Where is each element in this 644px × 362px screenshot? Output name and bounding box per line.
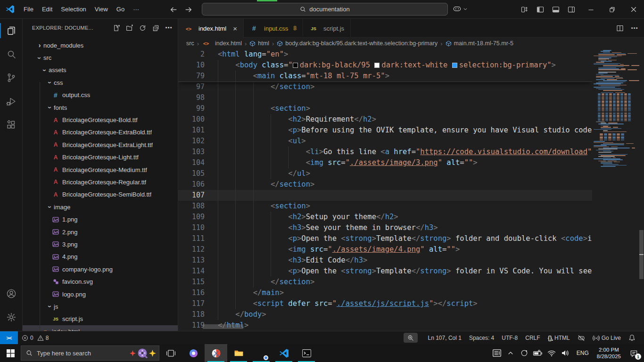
line-content[interactable]: <script defer src="./assets/js/script.js… [218,298,592,309]
minimap[interactable] [592,49,639,331]
line-content[interactable]: </section> [218,277,592,288]
tree-item-fonts[interactable]: ›fonts [23,101,178,114]
tree-item-BricolageGrotesque-SemiBold.ttf[interactable]: ABricolageGrotesque-SemiBold.ttf [23,189,178,201]
tree-item-index.html[interactable]: <>index.html [23,325,178,331]
collapse-all-icon[interactable] [151,24,160,32]
close-icon[interactable]: × [233,25,237,33]
breadcrumb-item-4[interactable]: body.dark:bg-black/95.dark:text-white.se… [277,40,438,47]
breadcrumb-item-3[interactable]: html [249,40,269,47]
tree-item-logo.png[interactable]: logo.png [23,288,178,300]
line-number[interactable]: 112 [178,244,205,255]
line-content[interactable]: </main> [218,288,592,298]
tree-item-BricolageGrotesque-ExtraBold.ttf[interactable]: ABricolageGrotesque-ExtraBold.ttf [23,126,178,139]
code-line-112[interactable]: 112<img src="./assets/image/4.png" alt="… [178,244,592,255]
tree-item-3.png[interactable]: 3.png [23,238,178,250]
problems-indicator[interactable]: 0 8 [18,331,52,344]
code-line-105[interactable]: 105</ul> [178,168,592,179]
line-content[interactable]: <section> [218,201,592,212]
breadcrumb[interactable]: src›<>index.html›html›body.dark:bg-black… [178,38,644,49]
taskbar-app-copilot[interactable] [182,344,205,362]
tree-item-image[interactable]: ›image [23,201,178,213]
code-line-2[interactable]: 2<html lang="en"> [178,49,592,60]
line-content[interactable]: <p>Open the <strong>Template</strong> fo… [218,266,592,277]
code-lines[interactable]: 97</section>9899<section>100<h2>Requirem… [178,82,592,331]
line-content[interactable]: </section> [218,179,592,190]
code-line-114[interactable]: 114<p>Open the <strong>Template</strong>… [178,266,592,277]
taskbar-app-vscode[interactable] [272,344,295,362]
minimize-button[interactable] [580,0,602,19]
code-line-109[interactable]: 109<h2>Setup your theme</h2> [178,212,592,222]
line-number[interactable]: 107 [178,190,205,201]
code-line-111[interactable]: 111<p>Open the <strong>Template</strong>… [178,233,592,244]
sidebar-item-extensions[interactable] [0,113,22,137]
tree-item-script.js[interactable]: JSscript.js [23,313,178,325]
line-number[interactable]: 104 [178,157,205,168]
taskbar-app-snipping-tool[interactable] [205,344,227,362]
code-line-103[interactable]: 103<li>Go this line <a href="https://cod… [178,147,592,157]
sidebar-item-explorer[interactable] [0,19,22,42]
action-center-button[interactable]: 1 [627,346,640,360]
line-content[interactable]: </html> [218,320,592,331]
code-line-107[interactable]: 107 [178,190,592,201]
tab-index.html[interactable]: <>index.html× [178,19,244,38]
line-number[interactable]: 103 [178,147,205,157]
sidebar-item-settings[interactable] [0,305,22,329]
breadcrumb-item-5[interactable]: main.mt-18.ml-75.mr-5 [446,40,513,47]
eol[interactable]: CRLF [521,331,544,344]
line-content[interactable] [218,92,592,103]
start-button[interactable] [0,344,21,362]
code-line-101[interactable]: 101<p>Before using the OVIK template, en… [178,125,592,136]
line-number[interactable]: 2 [178,49,205,60]
indentation[interactable]: Spaces: 4 [465,331,498,344]
code-line-113[interactable]: 113<h3>Edit Code</h3> [178,255,592,266]
code-line-99[interactable]: 99<section> [178,103,592,114]
language-mode[interactable]: {}HTML [544,331,574,344]
tree-item-BricolageGrotesque-Medium.ttf[interactable]: ABricolageGrotesque-Medium.ttf [23,164,178,176]
toggle-primary-sidebar-icon[interactable] [537,6,544,13]
line-number[interactable]: 105 [178,168,205,179]
cursor-position[interactable]: Ln 107, Col 1 [424,331,465,344]
code-line-98[interactable]: 98 [178,92,592,103]
taskbar-app-task-view[interactable] [159,344,182,362]
sidebar-item-accounts[interactable] [0,282,22,305]
code-line-10[interactable]: 10<body class="dark:bg-black/95 dark:tex… [178,60,592,71]
copilot-menu-button[interactable] [453,4,468,13]
line-number[interactable]: 116 [178,288,205,298]
code-line-117[interactable]: 117<script defer src="./assets/js/script… [178,298,592,309]
tree-item-1.png[interactable]: 1.png [23,213,178,225]
copilot-status[interactable] [574,331,589,344]
new-folder-icon[interactable] [125,24,133,32]
back-button[interactable] [170,6,178,14]
code-line-108[interactable]: 108<section> [178,201,592,212]
encoding[interactable]: UTF-8 [498,331,521,344]
code-line-106[interactable]: 106</section> [178,179,592,190]
close-button[interactable] [623,0,644,19]
line-content[interactable]: <ul> [218,136,592,147]
horizontal-scrollbar[interactable] [203,324,243,329]
line-number[interactable]: 100 [178,114,205,125]
code-line-79[interactable]: 79<main class="mt-18 ml-75 mr-5"> [178,71,592,82]
restore-button[interactable] [602,0,623,19]
line-content[interactable] [218,190,592,201]
taskbar-search-input[interactable]: Type here to search [21,346,159,361]
tree-item-favicon.svg[interactable]: favicon.svg [23,275,178,288]
line-content[interactable]: <h3>See your theme in browser</h3> [218,222,592,233]
taskbar-app-chrome[interactable] [250,344,272,362]
language-indicator[interactable]: ENG [575,350,591,356]
line-content[interactable]: <p>Before using the OVIK template, ensur… [218,125,592,136]
line-content[interactable]: <p>Open the <strong>Template</strong> fo… [218,233,592,244]
toggle-panel-icon[interactable] [552,6,560,13]
tree-item-BricolageGrotesque-Light.ttf[interactable]: ABricolageGrotesque-Light.ttf [23,151,178,164]
new-file-icon[interactable] [112,24,120,32]
tab-input.css[interactable]: #input.css8 [244,19,303,38]
breadcrumb-item-2[interactable]: <>index.html [202,40,242,47]
sticky-scroll[interactable]: 2<html lang="en">10<body class="dark:bg-… [178,49,592,82]
notifications[interactable] [625,331,639,344]
code-area[interactable]: 2<html lang="en">10<body class="dark:bg-… [178,49,592,331]
sidebar-item-search[interactable] [0,42,22,66]
forward-button[interactable] [184,6,192,14]
taskbar-app-terminal[interactable] [295,344,318,362]
sidebar-item-run-debug[interactable] [0,90,22,113]
tree-item-assets[interactable]: ›assets [23,64,178,76]
line-number[interactable]: 101 [178,125,205,136]
